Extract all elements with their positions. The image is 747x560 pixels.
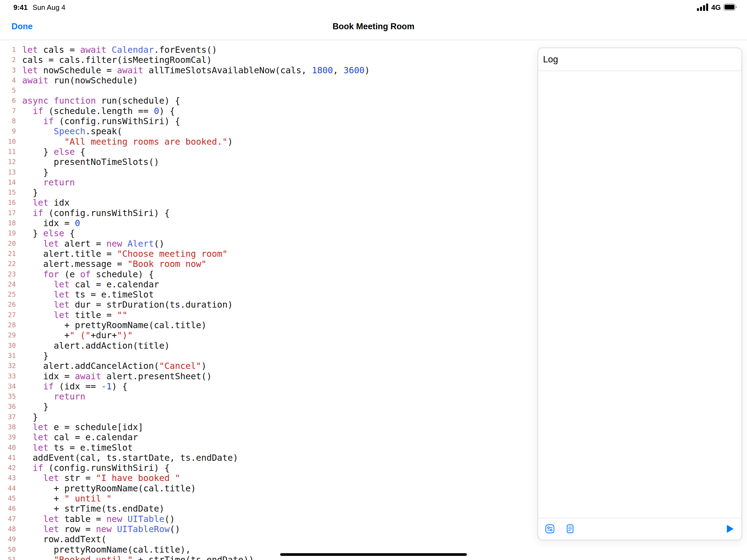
line-number: 33: [0, 371, 16, 381]
line-number: 14: [0, 177, 16, 187]
line-number: 32: [0, 361, 16, 371]
line-number: 41: [0, 453, 16, 463]
line-number: 1: [0, 45, 16, 55]
code-text: let ts = e.timeSlot: [16, 289, 154, 300]
code-text: "All meeting rooms are booked."): [16, 137, 233, 147]
line-number: 12: [0, 157, 16, 167]
code-text: idx = 0: [16, 218, 80, 228]
script-settings-button[interactable]: [545, 524, 555, 535]
network-type-label: 4G: [711, 3, 721, 12]
code-text: }: [16, 402, 48, 412]
code-text: cals = cals.filter(isMeetingRoomCal): [16, 55, 212, 65]
code-text: if (config.runsWithSiri) {: [16, 116, 180, 126]
code-text: let e = schedule[idx]: [16, 422, 143, 432]
line-number: 37: [0, 412, 16, 422]
log-title: Log: [543, 54, 558, 65]
line-number: 4: [0, 75, 16, 85]
line-number: 6: [0, 96, 16, 106]
code-text: + prettyRoomName(cal.title): [16, 320, 206, 330]
log-header: Log: [538, 48, 742, 71]
line-number: 47: [0, 514, 16, 524]
nav-bar: Done Book Meeting Room: [0, 14, 747, 40]
home-indicator[interactable]: [280, 553, 467, 556]
code-text: return: [16, 177, 75, 187]
line-number: 30: [0, 341, 16, 351]
line-number: 38: [0, 422, 16, 432]
code-text: idx = await alert.presentSheet(): [16, 371, 212, 381]
script-editor-screen: 9:41 Sun Aug 4 4G: [0, 0, 747, 560]
line-number: 35: [0, 391, 16, 402]
line-number: 46: [0, 504, 16, 514]
code-text: let title = "": [16, 310, 127, 320]
status-bar: 9:41 Sun Aug 4 4G: [0, 0, 747, 14]
run-icon: [724, 524, 735, 535]
page-title: Book Meeting Room: [0, 14, 747, 40]
code-text: }: [16, 412, 38, 422]
code-text: }: [16, 351, 48, 361]
run-script-button[interactable]: [724, 524, 735, 535]
line-number: 17: [0, 208, 16, 218]
code-text: prettyRoomName(cal.title),: [16, 545, 191, 555]
code-text: addEvent(cal, ts.startDate, ts.endDate): [16, 453, 238, 463]
line-number: 25: [0, 289, 16, 300]
code-text: let idx: [16, 198, 70, 208]
line-number: 34: [0, 381, 16, 391]
code-text: if (config.runsWithSiri) {: [16, 463, 170, 473]
code-text: }: [16, 167, 48, 177]
status-time: 9:41: [14, 3, 28, 12]
code-text: let table = new UITable(): [16, 514, 175, 524]
document-icon: [565, 524, 575, 535]
status-right: 4G: [697, 3, 737, 12]
line-number: 24: [0, 279, 16, 289]
line-number: 39: [0, 432, 16, 442]
code-text: [16, 85, 22, 96]
line-number: 7: [0, 106, 16, 116]
line-number: 48: [0, 524, 16, 534]
code-text: let nowSchedule = await allTimeSlotsAvai…: [16, 65, 370, 75]
line-number: 13: [0, 167, 16, 177]
code-text: let alert = new Alert(): [16, 239, 164, 249]
line-number: 21: [0, 249, 16, 259]
code-text: + strTime(ts.endDate): [16, 504, 164, 514]
line-number: 45: [0, 493, 16, 504]
line-number: 23: [0, 269, 16, 279]
line-number: 31: [0, 351, 16, 361]
line-number: 16: [0, 198, 16, 208]
code-text: let str = "I have booked ": [16, 473, 180, 483]
battery-icon: [723, 4, 737, 12]
code-text: "Booked until " + strTime(ts.endDate)): [16, 555, 254, 560]
log-toolbar: [538, 518, 742, 540]
code-text: if (schedule.length == 0) {: [16, 106, 175, 116]
line-number: 22: [0, 259, 16, 269]
code-text: }: [16, 187, 38, 198]
line-number: 2: [0, 55, 16, 65]
code-text: } else {: [16, 147, 85, 157]
code-text: let ts = e.timeSlot: [16, 443, 133, 453]
code-text: alert.addAction(title): [16, 341, 170, 351]
code-text: } else {: [16, 228, 75, 238]
line-number: 18: [0, 218, 16, 228]
cellular-signal-icon: [697, 3, 709, 12]
code-text: alert.title = "Choose meeting room": [16, 249, 228, 259]
line-number: 50: [0, 545, 16, 555]
line-number: 8: [0, 116, 16, 126]
code-text: let cals = await Calendar.forEvents(): [16, 45, 217, 55]
line-number: 15: [0, 187, 16, 198]
code-text: let cal = e.calendar: [16, 432, 138, 442]
code-text: presentNoTimeSlots(): [16, 157, 159, 167]
line-number: 27: [0, 310, 16, 320]
log-panel: Log: [538, 48, 742, 540]
line-number: 3: [0, 65, 16, 75]
code-text: + " until ": [16, 493, 112, 504]
line-number: 10: [0, 137, 16, 147]
code-text: if (config.runsWithSiri) {: [16, 208, 170, 218]
code-text: alert.addCancelAction("Cancel"): [16, 361, 206, 371]
code-text: Speech.speak(: [16, 126, 122, 136]
line-number: 43: [0, 473, 16, 483]
status-left: 9:41 Sun Aug 4: [14, 3, 66, 12]
code-text: await run(nowSchedule): [16, 75, 138, 85]
line-number: 26: [0, 300, 16, 310]
documentation-button[interactable]: [565, 524, 575, 535]
code-text: for (e of schedule) {: [16, 269, 154, 279]
line-number: 51: [0, 555, 16, 560]
